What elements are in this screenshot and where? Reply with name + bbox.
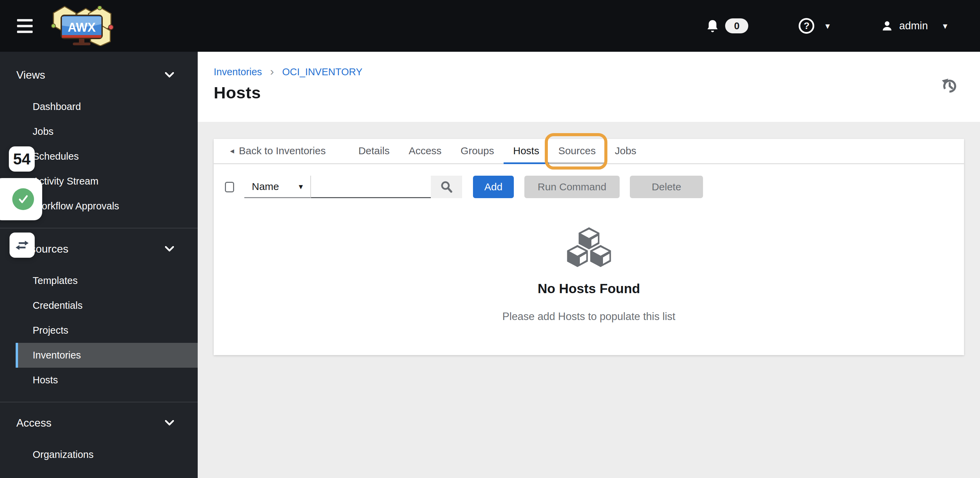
caret-down-icon: ▾ bbox=[299, 182, 303, 191]
sidebar-item-activity-stream[interactable]: Activity Stream bbox=[16, 169, 198, 194]
sidebar-divider bbox=[0, 228, 198, 228]
search-icon bbox=[440, 180, 453, 193]
hosts-panel-card: ◂ Back to Inventories Details Access Gro… bbox=[214, 139, 964, 355]
header-actions: 0 ? ▾ admin ▾ bbox=[707, 18, 947, 34]
empty-state-title: No Hosts Found bbox=[538, 281, 640, 296]
sidebar-item-inventories[interactable]: Inventories bbox=[16, 343, 198, 368]
sidebar-group-access[interactable]: Access bbox=[0, 411, 198, 435]
sidebar-item-hosts[interactable]: Hosts bbox=[16, 368, 198, 392]
sidebar-group-views[interactable]: Views bbox=[0, 63, 198, 88]
page-header-band: Inventories › OCI_INVENTORY Hosts bbox=[198, 52, 980, 122]
count-badge-overlay: 54 bbox=[9, 147, 35, 172]
notifications-count-badge: 0 bbox=[725, 18, 748, 33]
history-button[interactable] bbox=[940, 77, 958, 95]
sidebar-item-organizations[interactable]: Organizations bbox=[16, 442, 198, 467]
user-name: admin bbox=[899, 20, 928, 32]
chevron-down-icon bbox=[165, 246, 174, 252]
success-check-overlay bbox=[0, 178, 42, 220]
sidebar-item-projects[interactable]: Projects bbox=[16, 318, 198, 343]
sidebar-nav: Views Dashboard Jobs Schedules Activity … bbox=[0, 52, 198, 478]
bell-icon bbox=[707, 19, 718, 32]
empty-state-description: Please add Hosts to populate this list bbox=[502, 311, 675, 323]
filter-key-select[interactable]: Name ▾ bbox=[244, 176, 311, 198]
breadcrumb-link-inventory[interactable]: OCI_INVENTORY bbox=[282, 66, 363, 78]
awx-logo: AWX bbox=[43, 6, 117, 46]
breadcrumb: Inventories › OCI_INVENTORY bbox=[214, 66, 980, 78]
caret-down-icon: ▾ bbox=[943, 21, 947, 30]
swap-arrows-icon bbox=[14, 237, 30, 253]
content-area: ◂ Back to Inventories Details Access Gro… bbox=[198, 122, 980, 355]
user-menu-button[interactable]: admin ▾ bbox=[881, 20, 948, 32]
tab-hosts[interactable]: Hosts bbox=[504, 139, 549, 164]
select-all-checkbox[interactable] bbox=[225, 182, 234, 192]
sidebar-item-credentials[interactable]: Credentials bbox=[16, 293, 198, 318]
empty-state: No Hosts Found Please add Hosts to popul… bbox=[214, 225, 964, 323]
group-label: Access bbox=[16, 417, 51, 429]
main-area: Inventories › OCI_INVENTORY Hosts ◂ bbox=[198, 52, 980, 478]
check-circle-icon bbox=[12, 188, 34, 210]
chevron-down-icon bbox=[165, 72, 174, 78]
tab-sources[interactable]: Sources bbox=[549, 139, 605, 164]
cubes-icon bbox=[563, 225, 614, 269]
notifications-button[interactable]: 0 bbox=[707, 18, 748, 33]
tab-label: Sources bbox=[558, 145, 596, 157]
top-header: AWX 0 ? ▾ admin bbox=[0, 0, 980, 52]
chevron-down-icon bbox=[165, 420, 174, 426]
breadcrumb-link-inventories[interactable]: Inventories bbox=[214, 66, 262, 78]
sidebar-item-jobs[interactable]: Jobs bbox=[16, 119, 198, 144]
tab-bar: ◂ Back to Inventories Details Access Gro… bbox=[214, 139, 964, 164]
search-input[interactable] bbox=[311, 176, 431, 198]
delete-button[interactable]: Delete bbox=[630, 176, 703, 198]
group-label: Views bbox=[16, 69, 45, 81]
tab-back-to-inventories[interactable]: ◂ Back to Inventories bbox=[221, 139, 335, 164]
breadcrumb-separator: › bbox=[270, 65, 274, 77]
sidebar-item-workflow-approvals[interactable]: Workflow Approvals bbox=[16, 194, 198, 218]
add-button[interactable]: Add bbox=[473, 176, 514, 198]
sidebar-item-schedules[interactable]: Schedules bbox=[16, 144, 198, 169]
question-circle-icon: ? bbox=[799, 18, 814, 34]
back-triangle-icon: ◂ bbox=[230, 146, 234, 156]
sidebar-item-dashboard[interactable]: Dashboard bbox=[16, 94, 198, 119]
tab-jobs[interactable]: Jobs bbox=[605, 139, 646, 164]
user-icon bbox=[881, 20, 893, 32]
swap-arrows-overlay bbox=[10, 233, 35, 258]
caret-down-icon: ▾ bbox=[825, 21, 830, 30]
tab-label: Back to Inventories bbox=[239, 145, 326, 157]
page-title: Hosts bbox=[214, 83, 980, 102]
help-menu-button[interactable]: ? ▾ bbox=[799, 18, 830, 34]
hamburger-icon[interactable] bbox=[17, 19, 33, 33]
tab-groups[interactable]: Groups bbox=[451, 139, 504, 164]
sidebar-item-templates[interactable]: Templates bbox=[16, 268, 198, 293]
search-filter-group: Name ▾ bbox=[244, 176, 462, 198]
awx-app: AWX 0 ? ▾ admin bbox=[0, 0, 980, 478]
filter-key-label: Name bbox=[252, 181, 279, 192]
tab-access[interactable]: Access bbox=[399, 139, 451, 164]
sidebar-divider bbox=[0, 402, 198, 402]
run-command-button[interactable]: Run Command bbox=[524, 176, 620, 198]
search-button[interactable] bbox=[431, 176, 462, 198]
tab-details[interactable]: Details bbox=[349, 139, 399, 164]
svg-text:AWX: AWX bbox=[68, 21, 95, 34]
history-icon bbox=[941, 77, 958, 94]
list-toolbar: Name ▾ Add Run Command Delete bbox=[225, 176, 964, 198]
